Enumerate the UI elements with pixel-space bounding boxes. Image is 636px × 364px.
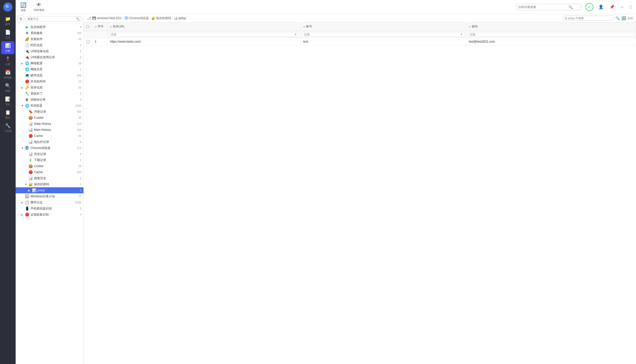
chrome-cookie-icon: 🍪 [28,164,33,168]
breadcrumb-extra-icon[interactable]: 🔠 [622,16,626,20]
eye-icon: 👁 [36,2,41,8]
tree-count-recycle: 3 [80,98,81,101]
main-content: 🔄 刷新 👁 详情/预览 🔍 ✓ 👤 📌 ─ □ ⇅ 🔍 [16,0,636,364]
row-account: test [303,40,308,43]
nav-item-files[interactable]: 📄 文件 [1,28,14,41]
tree-count-ie-cookie: 35 [78,116,81,119]
tree-count-chrome-cookie: 16 [78,165,81,168]
tree-search-input[interactable] [27,17,76,20]
refresh-button[interactable]: 🔄 刷新 [19,1,28,13]
nav-bar: 🔍 📁 案件 📄 文件 📊 分析 📍 位置 📅 时间线 🔍 搜索 📝 笔记 📋 … [0,0,16,364]
analysis-search-icon: 🔍 [568,5,573,9]
tree-item-autostart[interactable]: ▶ 自启动程序 4 [16,24,83,30]
tree-count-windows-tasks: 77 [78,195,81,198]
nav-item-tools[interactable]: 🔧 工具箱 [1,122,14,134]
tree-label-ie-mainhistory: Main History [34,128,76,132]
poiuy-icon: 📊 [32,188,36,193]
tree-item-chrome[interactable]: ▼ Chrome浏览器 275 [16,145,83,151]
col-header-url: ≡ 登录URL [107,22,301,31]
user-icon[interactable]: 👤 [597,4,604,10]
tree-item-boottime[interactable]: 🔴 开关机时间 13 [16,78,83,84]
password-filter-input[interactable] [470,33,632,36]
tree-item-timezone[interactable]: 🕐 时区信息 1 [16,42,83,48]
usbrecent-icon: 🔌 [25,55,29,59]
tree-label-recycle: 回收站记录 [31,98,79,102]
url-filter-input[interactable] [111,33,293,36]
tree-item-ie-cache[interactable]: 🔴 Cache 42 [16,133,83,139]
tree-item-chrome-cache[interactable]: 🔴 Cache 250 [16,169,83,175]
nav-item-analysis[interactable]: 📊 分析 [1,41,14,54]
nav-item-search[interactable]: 🔍 搜索 [1,81,14,94]
breadcrumb-disk[interactable]: 💾 windows7disk.E01 [92,16,122,20]
tree-item-poiuy[interactable]: ▶ 📊 poiuy 1 [16,187,83,193]
nav-item-notes[interactable]: 📝 笔记 [1,95,14,108]
pin-icon[interactable]: 📌 [609,4,616,10]
tree-item-ie-bookmarks[interactable]: 🔖 书签记录 420 [16,109,83,115]
account-filter-input[interactable] [304,33,459,36]
tree-item-usb[interactable]: 🔌 USB设备信息 5 [16,48,83,54]
tree-label-hardware: 硬件信息 [31,73,76,78]
breadcrumb-poiuy[interactable]: 📊 poiuy [174,16,186,20]
tree-label-ie-cookie: Cookie [34,116,77,119]
row-num: 1 [95,40,97,43]
row-checkbox[interactable] [86,40,89,43]
tree-filter-button[interactable]: ⇅ [18,16,24,22]
tree-label-embedded: 证据嵌套识别 [31,213,79,217]
nav-item-timeline[interactable]: 📅 时间线 [1,68,14,81]
tree-item-windows-tasks[interactable]: 🪟 Windows任务计划 77 [16,193,83,199]
tree-count-software: 10 [78,38,81,41]
tree-item-ie-addressbar[interactable]: 📊 地址栏记录 6 [16,139,83,145]
refresh-label: 刷新 [21,9,26,12]
tree-item-ie-dailyhistory[interactable]: 📊 Daily History 119 [16,121,83,127]
row-account-cell: test [300,38,466,46]
breadcrumb-chrome[interactable]: Chrome浏览器 [125,16,149,20]
tree-item-ie[interactable]: ▼ 🌐 IE浏览器 1056 [16,103,83,109]
ie-cache-icon: 🔴 [28,134,33,138]
tree-item-chrome-savedpassword[interactable]: ▼ 🔐 保存的密码 1 [16,181,83,187]
tree-item-chrome-searchhistory[interactable]: 📊 搜索历史 1 [16,175,83,181]
software-icon: 🌈 [25,37,29,41]
tree-item-eventlog[interactable]: ▶ 📋 事件日志 6286 [16,199,83,205]
files-icon: 📄 [5,29,11,35]
tree-item-ie-mainhistory[interactable]: 📊 Main History 434 [16,127,83,133]
tree-item-patches[interactable]: 🔧 系统补丁 2 [16,90,83,97]
tree-item-chrome-download[interactable]: ⬇ 下载记录 1 [16,157,83,163]
tree-search-icon: 🔍 [76,17,80,21]
eventlog-icon: 📋 [25,200,29,205]
nav-item-location[interactable]: 📍 位置 [1,55,14,68]
tree-label-ie-cache: Cache [34,134,77,138]
status-button[interactable]: ✓ [585,3,593,11]
analysis-search-input[interactable] [518,5,568,9]
tree-count-poiuy: 1 [80,189,81,192]
tree-item-chrome-history[interactable]: 📊 历史记录 6 [16,151,83,157]
maximize-icon[interactable]: □ [628,4,633,10]
tree-item-network[interactable]: ▶ 🌐 网络配置 26 [16,60,83,66]
tree-item-ie-cookie[interactable]: 🍪 Cookie 35 [16,115,83,121]
patches-icon: 🔧 [25,91,29,96]
detail-preview-button[interactable]: 👁 详情/预览 [32,1,46,13]
refresh-icon: 🔄 [20,2,26,8]
tree-item-usbrecent[interactable]: 🔌 USB最近使用记录 2 [16,54,83,60]
tree-item-software[interactable]: 🌈 安装软件 10 [16,36,83,42]
tree-item-embedded[interactable]: ▶ 🔴 证据嵌套识别 4 [16,211,83,218]
tree-item-recycle[interactable]: 🗑 回收站记录 3 [16,97,83,103]
nav-item-reports[interactable]: 📋 报告 [1,108,14,121]
tree-item-chrome-cookie[interactable]: 🍪 Cookie 16 [16,163,83,169]
minimize-icon[interactable]: ─ [620,4,624,10]
tree-item-services[interactable]: ⚙ 系统服务 336 [16,30,83,36]
nav-label-notes: 笔记 [5,103,10,106]
breadcrumb-search-input[interactable] [565,17,612,20]
tree-item-netshare[interactable]: 🌐 网络共享 1 [16,66,83,72]
breadcrumb-savedpassword[interactable]: 🔐 保存的密码 [152,16,171,20]
tree-item-hardware[interactable]: 💻 硬件信息 305 [16,72,83,78]
breadcrumb-search-icon[interactable]: 🔍 [615,16,620,20]
col-header-check [84,22,92,31]
password-filter-input-wrap [468,32,634,37]
nav-label-files: 文件 [5,36,10,39]
tree-item-mobileemu[interactable]: 📱 手机模拟器识别 3 [16,205,83,211]
table-row[interactable]: 1 https://www.baidu.com/ test test@test2… [84,38,636,46]
tree-item-logininfo[interactable]: ▶ 🔑 登录信息 22 [16,84,83,90]
tree-count-autostart: 4 [80,25,81,28]
nav-item-cases[interactable]: 📁 案件 [1,15,14,27]
filter-cell-password [466,31,636,38]
